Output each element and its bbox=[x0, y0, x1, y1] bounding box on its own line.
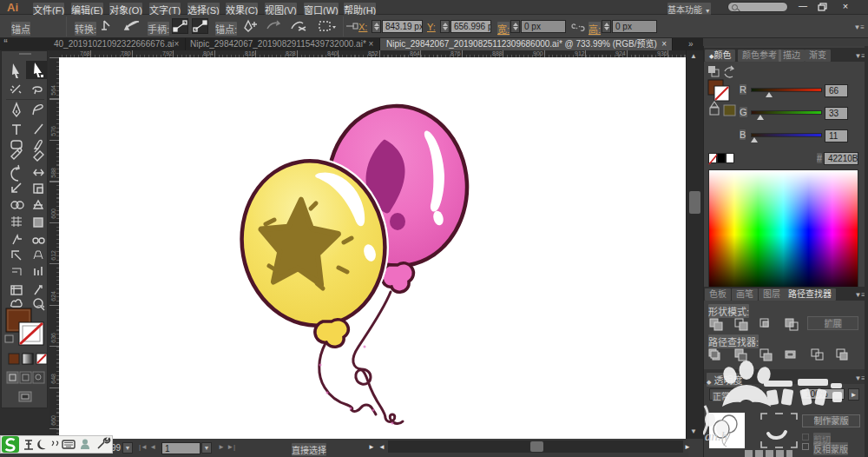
svg-text:an.h: an.h bbox=[705, 429, 727, 443]
